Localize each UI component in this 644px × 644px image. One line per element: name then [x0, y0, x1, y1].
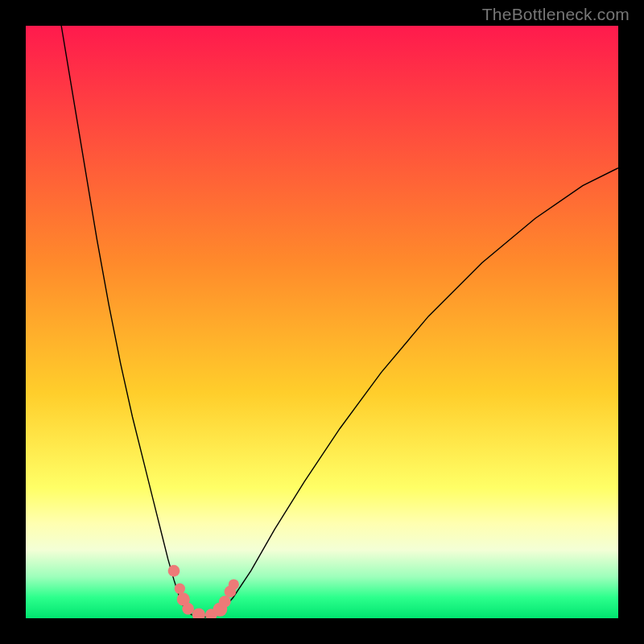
plot-area	[26, 26, 618, 618]
curve-right	[221, 168, 618, 612]
chart-frame: TheBottleneck.com	[0, 0, 644, 644]
curve-layer	[26, 26, 618, 618]
data-marker	[219, 596, 231, 608]
curve-left	[61, 26, 186, 611]
data-marker	[175, 584, 185, 594]
data-marker	[192, 608, 205, 618]
data-marker	[182, 603, 194, 615]
data-marker	[229, 579, 239, 589]
watermark-text: TheBottleneck.com	[482, 5, 630, 24]
data-markers	[168, 565, 239, 618]
data-marker	[168, 565, 180, 577]
